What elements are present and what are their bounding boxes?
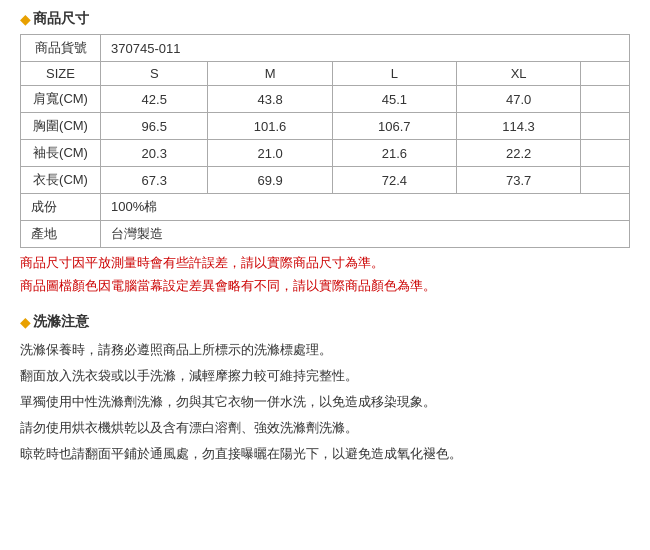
size-m: M: [208, 62, 332, 86]
chest-s: 96.5: [101, 113, 208, 140]
product-number-row: 商品貨號 370745-011: [21, 35, 630, 62]
size-note-2: 商品圖檔顏色因電腦當幕設定差異會略有不同，請以實際商品顏色為準。: [20, 275, 630, 298]
product-number-label: 商品貨號: [21, 35, 101, 62]
material-label: 成份: [21, 194, 101, 221]
sleeve-l: 21.6: [332, 140, 456, 167]
product-size-section: ◆ 商品尺寸 商品貨號 370745-011 SIZE S M L XL 肩寬(…: [20, 10, 630, 297]
shoulder-extra: [581, 86, 630, 113]
length-l: 72.4: [332, 167, 456, 194]
size-l: L: [332, 62, 456, 86]
size-xl: XL: [456, 62, 580, 86]
length-extra: [581, 167, 630, 194]
washing-line-3: 單獨使用中性洗滌劑洗滌，勿與其它衣物一併水洗，以免造成移染現象。: [20, 389, 630, 415]
shoulder-m: 43.8: [208, 86, 332, 113]
material-value: 100%棉: [101, 194, 630, 221]
washing-diamond-icon: ◆: [20, 314, 31, 330]
diamond-icon: ◆: [20, 11, 31, 27]
length-m: 69.9: [208, 167, 332, 194]
sleeve-extra: [581, 140, 630, 167]
chest-label: 胸圍(CM): [21, 113, 101, 140]
length-row: 衣長(CM) 67.3 69.9 72.4 73.7: [21, 167, 630, 194]
washing-section: ◆ 洗滌注意 洗滌保養時，請務必遵照商品上所標示的洗滌標處理。 翻面放入洗衣袋或…: [20, 313, 630, 467]
size-note-1: 商品尺寸因平放測量時會有些許誤差，請以實際商品尺寸為準。: [20, 252, 630, 275]
chest-m: 101.6: [208, 113, 332, 140]
chest-xl: 114.3: [456, 113, 580, 140]
origin-value: 台灣製造: [101, 221, 630, 248]
washing-line-5: 晾乾時也請翻面平鋪於通風處，勿直接曝曬在陽光下，以避免造成氧化褪色。: [20, 441, 630, 467]
sleeve-label: 袖長(CM): [21, 140, 101, 167]
length-label: 衣長(CM): [21, 167, 101, 194]
sleeve-s: 20.3: [101, 140, 208, 167]
length-s: 67.3: [101, 167, 208, 194]
material-row: 成份 100%棉: [21, 194, 630, 221]
product-size-title: 商品尺寸: [33, 10, 89, 28]
size-header-row: SIZE S M L XL: [21, 62, 630, 86]
washing-title: 洗滌注意: [33, 313, 89, 331]
chest-row: 胸圍(CM) 96.5 101.6 106.7 114.3: [21, 113, 630, 140]
chest-l: 106.7: [332, 113, 456, 140]
size-extra: [581, 62, 630, 86]
shoulder-xl: 47.0: [456, 86, 580, 113]
sleeve-m: 21.0: [208, 140, 332, 167]
shoulder-s: 42.5: [101, 86, 208, 113]
chest-extra: [581, 113, 630, 140]
shoulder-row: 肩寬(CM) 42.5 43.8 45.1 47.0: [21, 86, 630, 113]
washing-line-2: 翻面放入洗衣袋或以手洗滌，減輕摩擦力較可維持完整性。: [20, 363, 630, 389]
washing-instructions: 洗滌保養時，請務必遵照商品上所標示的洗滌標處理。 翻面放入洗衣袋或以手洗滌，減輕…: [20, 337, 630, 467]
origin-row: 產地 台灣製造: [21, 221, 630, 248]
washing-line-4: 請勿使用烘衣機烘乾以及含有漂白溶劑、強效洗滌劑洗滌。: [20, 415, 630, 441]
washing-header: ◆ 洗滌注意: [20, 313, 630, 331]
origin-label: 產地: [21, 221, 101, 248]
sleeve-row: 袖長(CM) 20.3 21.0 21.6 22.2: [21, 140, 630, 167]
washing-line-1: 洗滌保養時，請務必遵照商品上所標示的洗滌標處理。: [20, 337, 630, 363]
shoulder-label: 肩寬(CM): [21, 86, 101, 113]
size-notes: 商品尺寸因平放測量時會有些許誤差，請以實際商品尺寸為準。 商品圖檔顏色因電腦當幕…: [20, 252, 630, 297]
shoulder-l: 45.1: [332, 86, 456, 113]
product-size-table: 商品貨號 370745-011 SIZE S M L XL 肩寬(CM) 42.…: [20, 34, 630, 248]
product-size-header: ◆ 商品尺寸: [20, 10, 630, 28]
size-s: S: [101, 62, 208, 86]
sleeve-xl: 22.2: [456, 140, 580, 167]
product-number-value: 370745-011: [101, 35, 630, 62]
size-label: SIZE: [21, 62, 101, 86]
length-xl: 73.7: [456, 167, 580, 194]
